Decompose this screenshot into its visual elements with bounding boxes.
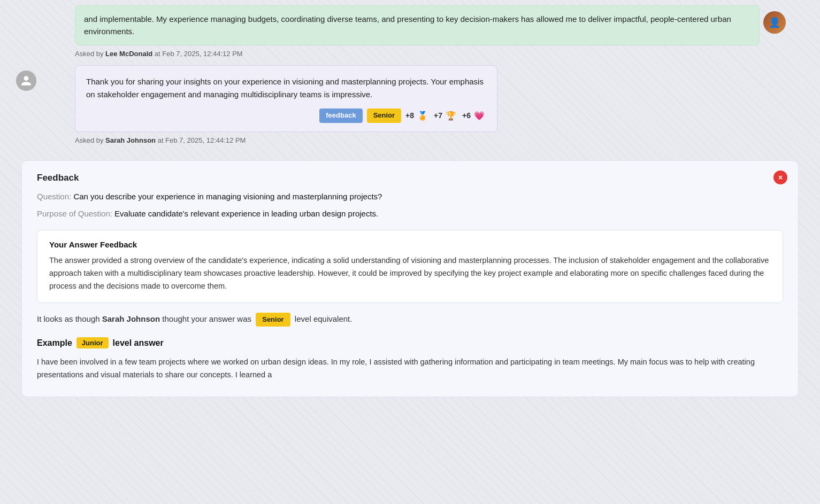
- avatar-right: 👤: [763, 11, 786, 34]
- badge-icon-2: 🏆: [444, 108, 458, 122]
- example-level-tag: Junior: [76, 337, 109, 348]
- feedback-panel: Feedback × Question: Can you describe yo…: [21, 160, 799, 397]
- level-tag: Senior: [256, 313, 290, 327]
- avatar-left: [16, 71, 36, 91]
- default-avatar: [16, 71, 36, 91]
- question-line: Question: Can you describe your experien…: [37, 191, 783, 203]
- answer-feedback-title: Your Answer Feedback: [49, 240, 771, 249]
- close-button[interactable]: ×: [773, 170, 787, 184]
- level-name: Sarah Johnson: [102, 314, 160, 323]
- chat-bubble-text: Thank you for sharing your insights on y…: [86, 77, 484, 99]
- purpose-line: Purpose of Question: Evaluate candidate'…: [37, 208, 783, 220]
- question-label: Question:: [37, 192, 71, 201]
- tag-feedback[interactable]: feedback: [319, 108, 362, 123]
- user-avatar: 👤: [763, 11, 786, 34]
- top-message-bubble: and implementable. My experience managin…: [75, 5, 760, 45]
- answer-feedback-body: The answer provided a strong overview of…: [49, 254, 771, 293]
- purpose-value: Evaluate candidate's relevant experience…: [114, 209, 378, 218]
- top-asked-by: Asked by Lee McDonald at Feb 7, 2025, 12…: [75, 50, 777, 58]
- answer-feedback-box: Your Answer Feedback The answer provided…: [37, 230, 783, 303]
- person-icon: [20, 75, 32, 87]
- example-text: I have been involved in a few team proje…: [37, 356, 783, 382]
- feedback-panel-title: Feedback: [37, 173, 783, 183]
- badge-score-3: +6 💗: [462, 108, 486, 122]
- example-level-title: Example Junior level answer: [37, 337, 783, 348]
- chat-bubble: Thank you for sharing your insights on y…: [75, 65, 497, 132]
- level-sentence: It looks as though Sarah Johnson thought…: [37, 313, 783, 327]
- badge-icon-3: 💗: [472, 108, 486, 122]
- badge-score-1: +8 🏅: [405, 108, 430, 122]
- chat-asked-by: Asked by Sarah Johnson at Feb 7, 2025, 1…: [75, 136, 777, 144]
- purpose-label: Purpose of Question:: [37, 209, 112, 218]
- tag-senior[interactable]: Senior: [367, 108, 401, 123]
- question-value: Can you describe your experience in mana…: [73, 192, 382, 201]
- top-message-text: and implementable. My experience managin…: [84, 14, 731, 36]
- tags-row: feedback Senior +8 🏅 +7 🏆 +6 💗: [86, 108, 486, 123]
- badge-score-2: +7 🏆: [434, 108, 458, 122]
- badge-icon-1: 🏅: [416, 108, 430, 122]
